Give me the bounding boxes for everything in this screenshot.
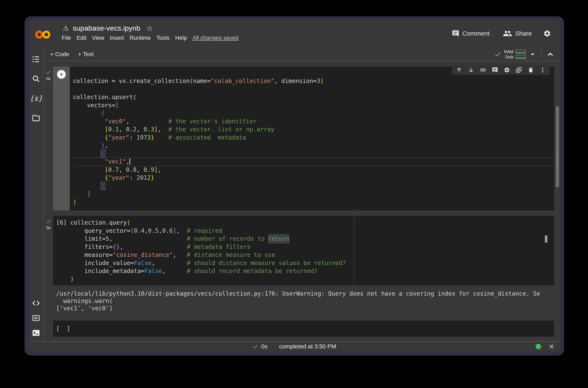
- menu-insert[interactable]: Insert: [110, 35, 124, 41]
- notebook-area: 0s collection = vx.create_collection(nam…: [44, 61, 560, 341]
- cell1-run-strip: [53, 67, 70, 210]
- code-cell-3-empty[interactable]: [ ]: [53, 320, 554, 337]
- more-cell-actions-icon[interactable]: [539, 67, 546, 73]
- move-cell-down-icon[interactable]: [468, 67, 474, 73]
- cell1-exec-timer: 0s: [46, 76, 50, 81]
- move-cell-up-icon[interactable]: [456, 67, 462, 73]
- text-cursor: [129, 158, 130, 165]
- resources-dropdown-icon[interactable]: [531, 53, 535, 55]
- star-icon[interactable]: [147, 25, 153, 32]
- cell2-success-check-icon: [46, 219, 51, 224]
- connected-check-icon: [494, 51, 501, 57]
- menu-view[interactable]: View: [92, 35, 104, 41]
- code-snippets-icon[interactable]: [32, 299, 40, 307]
- notebook-scrollbar[interactable]: [556, 106, 559, 187]
- table-of-contents-icon[interactable]: [32, 55, 40, 64]
- notebook-toolbar: + Code + Text RAM: [44, 48, 560, 61]
- add-text-button[interactable]: + Text: [78, 51, 94, 58]
- app-header: supabase-vecs.ipynb File Edit View Inser…: [29, 21, 560, 48]
- cell-settings-gear-icon[interactable]: [504, 67, 510, 73]
- collapse-toolbar-icon[interactable]: [547, 51, 554, 58]
- colab-logo[interactable]: [34, 29, 52, 40]
- run-cell-button[interactable]: [57, 70, 66, 79]
- execution-status-bar: 0s completed at 3:50 PM: [29, 341, 560, 351]
- left-sidebar: {x}: [29, 48, 44, 341]
- drive-icon: [62, 25, 69, 31]
- mirror-cell-icon[interactable]: [516, 67, 522, 73]
- status-duration: 0s: [261, 343, 268, 350]
- app-surface: supabase-vecs.ipynb File Edit View Inser…: [29, 21, 560, 351]
- colab-logo-right-ring: [43, 32, 49, 38]
- toolbar-divider: [541, 50, 541, 58]
- cell-comment-icon[interactable]: [492, 67, 498, 73]
- cell1-toolbar: [452, 65, 550, 75]
- cell2-code-editor[interactable]: [6] collection.query( query_vector=[0.4,…: [53, 216, 554, 285]
- cell2-output: /usr/local/lib/python3.10/dist-packages/…: [53, 285, 560, 312]
- code-cell-2: 0s [6] collection.query( query_vector=[0…: [44, 216, 554, 285]
- disk-label: Disk: [505, 55, 514, 59]
- status-message: completed at 3:50 PM: [279, 343, 336, 350]
- cell1-success-check-icon: [46, 70, 51, 75]
- close-status-icon[interactable]: [549, 344, 555, 349]
- files-icon[interactable]: [32, 114, 40, 122]
- menu-edit[interactable]: Edit: [77, 35, 87, 41]
- disk-usage-bar: [515, 55, 526, 59]
- command-palette-icon[interactable]: [32, 314, 40, 322]
- share-people-icon[interactable]: [503, 29, 512, 38]
- comment-icon[interactable]: [452, 30, 459, 37]
- variables-icon[interactable]: {x}: [32, 94, 40, 102]
- ram-label: RAM: [504, 50, 514, 54]
- settings-gear-icon[interactable]: [543, 29, 551, 38]
- share-button[interactable]: Share: [515, 30, 532, 37]
- comment-button[interactable]: Comment: [462, 30, 490, 37]
- cell1-code-editor[interactable]: collection = vx.create_collection(name="…: [70, 67, 554, 210]
- title-block: supabase-vecs.ipynb File Edit View Inser…: [62, 21, 239, 48]
- column-ruler: [354, 216, 354, 285]
- menu-tools[interactable]: Tools: [156, 35, 170, 41]
- save-status-link[interactable]: All changes saved: [193, 35, 239, 41]
- copy-link-to-cell-icon[interactable]: [480, 67, 486, 73]
- menu-file[interactable]: File: [62, 35, 71, 41]
- cell2-exec-timer: 0s: [46, 225, 50, 230]
- status-check-icon: [252, 344, 258, 349]
- add-code-button[interactable]: + Code: [50, 51, 69, 58]
- menu-bar: File Edit View Insert Runtime Tools Help…: [62, 35, 239, 41]
- menu-help[interactable]: Help: [175, 35, 187, 41]
- notebook-title[interactable]: supabase-vecs.ipynb: [73, 24, 140, 32]
- menu-runtime[interactable]: Runtime: [130, 35, 151, 41]
- delete-cell-icon[interactable]: [528, 67, 534, 73]
- terminal-icon[interactable]: [32, 329, 40, 337]
- colab-logo-left-ring: [36, 32, 42, 38]
- resource-monitor[interactable]: RAM Disk: [504, 50, 526, 59]
- ram-usage-bar: [515, 50, 526, 54]
- overview-ruler-mark: [545, 236, 547, 242]
- colab-window: supabase-vecs.ipynb File Edit View Inser…: [24, 16, 564, 356]
- code-cell-1: 0s collection = vx.create_collection(nam…: [44, 67, 554, 210]
- search-icon[interactable]: [32, 74, 40, 83]
- cell3-exec-prompt: [ ]: [56, 325, 70, 332]
- kernel-status-dot: [536, 344, 541, 349]
